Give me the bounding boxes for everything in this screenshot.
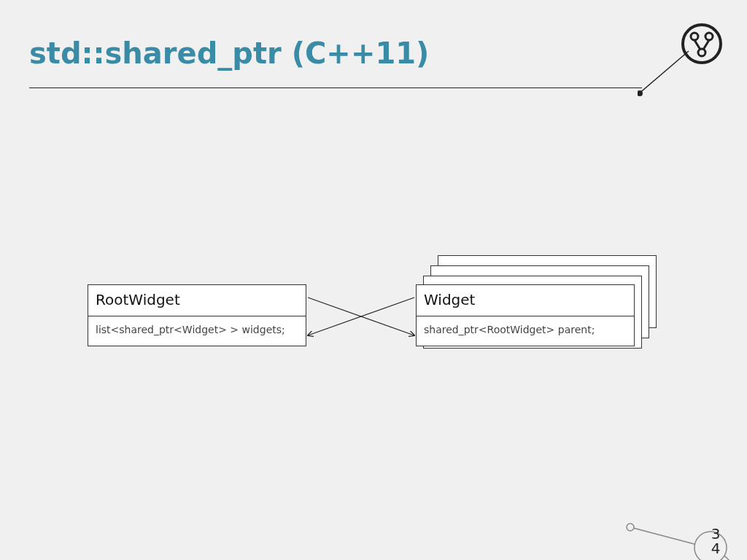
git-branch-icon (638, 22, 725, 109)
uml-diagram: RootWidget list<shared_ptr<Widget> > wid… (88, 255, 657, 401)
uml-class-name: Widget (417, 285, 634, 316)
svg-point-3 (691, 33, 698, 40)
svg-point-5 (698, 49, 705, 56)
uml-class-rootwidget: RootWidget list<shared_ptr<Widget> > wid… (88, 284, 306, 346)
slide: std::shared_ptr (C++11) RootWidget list<… (0, 0, 747, 560)
page-number: 3 4 (705, 526, 727, 556)
uml-class-member: shared_ptr<RootWidget> parent; (417, 316, 634, 346)
uml-class-name: RootWidget (88, 285, 306, 316)
svg-line-0 (638, 51, 689, 95)
svg-line-6 (694, 40, 700, 50)
svg-line-7 (703, 40, 709, 50)
svg-point-4 (705, 33, 713, 40)
uml-class-widget: Widget shared_ptr<RootWidget> parent; (416, 284, 635, 346)
uml-class-member: list<shared_ptr<Widget> > widgets; (88, 316, 306, 346)
svg-point-11 (627, 524, 634, 531)
title-rule (29, 88, 642, 88)
slide-title: std::shared_ptr (C++11) (29, 36, 429, 70)
association-arrows (306, 292, 416, 350)
svg-line-10 (630, 527, 700, 545)
